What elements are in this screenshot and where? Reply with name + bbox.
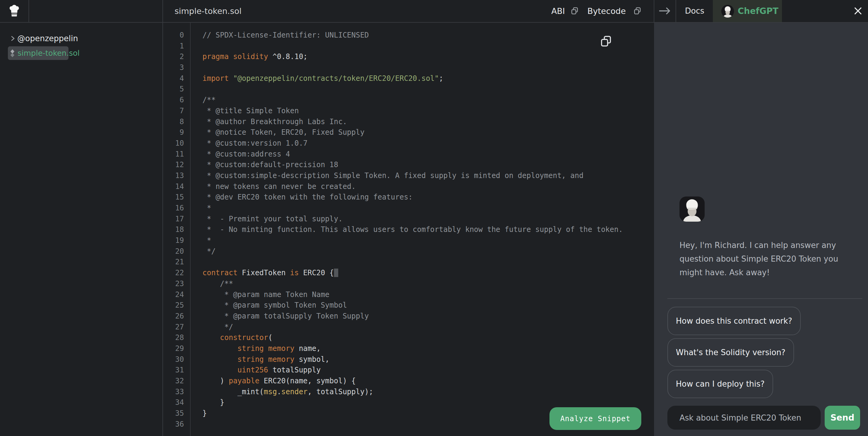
code-line[interactable]: 31 uint256 totalSupply: [163, 365, 653, 376]
code-text: *: [184, 203, 211, 214]
code-text: /**: [184, 278, 233, 290]
code-line[interactable]: 22contract FixedToken is ERC20 {: [163, 268, 653, 278]
line-number: 11: [163, 149, 184, 160]
code-text: [184, 62, 203, 73]
line-number: 24: [163, 290, 184, 300]
line-number: 3: [163, 62, 184, 73]
code-line[interactable]: 23 /**: [163, 278, 653, 290]
close-icon: [853, 6, 863, 16]
code-line[interactable]: 3: [163, 62, 653, 73]
selected-file-label: simple-token.sol: [18, 49, 80, 58]
code-line[interactable]: 27 */: [163, 322, 653, 333]
line-number: 6: [163, 95, 184, 106]
code-line[interactable]: 29 string memory name,: [163, 343, 653, 354]
copy-abi-button[interactable]: [569, 7, 580, 16]
line-number: 4: [163, 73, 184, 84]
line-number: 28: [163, 332, 184, 343]
line-number: 19: [163, 235, 184, 246]
code-line[interactable]: 28 constructor(: [163, 332, 653, 343]
code-text: _mint(msg.sender, totalSupply);: [184, 387, 373, 398]
code-line[interactable]: 17 * - Premint your total supply.: [163, 214, 653, 225]
line-number: 26: [163, 311, 184, 322]
app-logo-button[interactable]: [0, 0, 29, 22]
code-line[interactable]: 13 * @custom:simple-description Simple T…: [163, 170, 653, 181]
code-line[interactable]: 5: [163, 84, 653, 95]
code-text: contract FixedToken is ERC20 {: [184, 268, 338, 278]
code-line[interactable]: 30 string memory symbol,: [163, 354, 653, 365]
line-number: 33: [163, 387, 184, 398]
code-line[interactable]: 0// SPDX-License-Identifier: UNLICENSED: [163, 30, 653, 41]
code-text: * - Premint your total supply.: [184, 214, 342, 225]
code-line[interactable]: 18 * - No minting function. This allows …: [163, 224, 653, 235]
code-line[interactable]: 33 _mint(msg.sender, totalSupply);: [163, 387, 653, 398]
line-number: 21: [163, 257, 184, 268]
code-text: * @custom:version 1.0.7: [184, 138, 308, 149]
code-line[interactable]: 7 * @title Simple Token: [163, 106, 653, 116]
suggestion-list: How does this contract work?What's the S…: [668, 307, 801, 401]
code-text: [184, 419, 203, 430]
line-number: 27: [163, 322, 184, 333]
bytecode-label: Bytecode: [587, 0, 626, 22]
code-editor[interactable]: 0// SPDX-License-Identifier: UNLICENSED1…: [163, 23, 653, 436]
code-line[interactable]: 12 * @custom:default-precision 18: [163, 160, 653, 170]
code-line[interactable]: 16 *: [163, 203, 653, 214]
copy-icon: [633, 7, 642, 16]
code-line[interactable]: 21: [163, 257, 653, 268]
tab-chefgpt[interactable]: ChefGPT: [713, 0, 782, 22]
line-number: 20: [163, 246, 184, 257]
line-number: 31: [163, 365, 184, 376]
sidebar-item-openzeppelin[interactable]: @openzeppelin: [0, 33, 78, 44]
code-line[interactable]: 24 * @param name Token Name: [163, 290, 653, 300]
code-line[interactable]: 26 * @param totalSupply Token Supply: [163, 311, 653, 322]
copy-bytecode-button[interactable]: [632, 7, 643, 16]
tab-docs[interactable]: Docs: [685, 0, 704, 22]
code-text: ) payable ERC20(name, symbol) {: [184, 376, 356, 387]
sidebar-item-simple-token[interactable]: simple-token.sol: [8, 46, 68, 60]
topbar-separator: [29, 0, 29, 22]
code-line[interactable]: 9 * @notice Token, ERC20, Fixed Supply: [163, 127, 653, 138]
chefgpt-tab-label: ChefGPT: [738, 6, 778, 16]
code-line[interactable]: 25 * @param symbol Token Symbol: [163, 300, 653, 311]
topbar: simple-token.sol ABI Bytecode: [0, 0, 868, 22]
code-line[interactable]: 32 ) payable ERC20(name, symbol) {: [163, 376, 653, 387]
suggestion-chip[interactable]: What's the Solidity version?: [668, 338, 794, 367]
code-line[interactable]: 2pragma solidity ^0.8.10;: [163, 52, 653, 62]
code-text: /**: [184, 95, 216, 106]
analyze-snippet-button[interactable]: Analyze Snippet: [550, 407, 641, 430]
send-button[interactable]: Send: [825, 406, 860, 430]
code-line[interactable]: 19 *: [163, 235, 653, 246]
suggestion-chip[interactable]: How can I deploy this?: [668, 370, 773, 398]
code-line[interactable]: 6/**: [163, 95, 653, 106]
line-number: 14: [163, 181, 184, 192]
suggestion-chip[interactable]: How does this contract work?: [668, 307, 801, 335]
code-text: *: [184, 235, 211, 246]
code-text: // SPDX-License-Identifier: UNLICENSED: [184, 30, 369, 41]
code-line[interactable]: 10 * @custom:version 1.0.7: [163, 138, 653, 149]
chevron-right-icon: [9, 35, 16, 42]
line-number: 7: [163, 106, 184, 116]
code-text: * @custom:simple-description Simple Toke…: [184, 170, 583, 181]
collapse-panel-button[interactable]: [657, 6, 673, 16]
copy-code-button[interactable]: [599, 35, 613, 48]
code-text: * @title Simple Token: [184, 106, 299, 116]
copy-icon: [600, 35, 612, 48]
line-number: 0: [163, 30, 184, 41]
chat-input[interactable]: [668, 406, 821, 430]
line-number: 32: [163, 376, 184, 387]
code-line[interactable]: 4import "@openzeppelin/contracts/token/E…: [163, 73, 653, 84]
code-text: * @param name Token Name: [184, 290, 330, 300]
code-line[interactable]: 8 * @author Breakthrough Labs Inc.: [163, 116, 653, 128]
code-line[interactable]: 11 * @custom:address 4: [163, 149, 653, 160]
line-number: 12: [163, 160, 184, 170]
line-number: 34: [163, 397, 184, 408]
code-line[interactable]: 34 }: [163, 397, 653, 408]
code-line[interactable]: 20 */: [163, 246, 653, 257]
code-line[interactable]: 1: [163, 41, 653, 52]
close-button[interactable]: [851, 5, 864, 18]
code-text: */: [184, 322, 233, 333]
chefgpt-panel: Hey, I'm Richard. I can help answer any …: [654, 23, 868, 436]
file-explorer: @openzeppelin simple-token.sol: [0, 23, 162, 436]
code-line[interactable]: 14 * new tokens can never be created.: [163, 181, 653, 192]
code-line[interactable]: 15 * @dev ERC20 token with the following…: [163, 192, 653, 203]
arrow-right-icon: [658, 6, 672, 16]
